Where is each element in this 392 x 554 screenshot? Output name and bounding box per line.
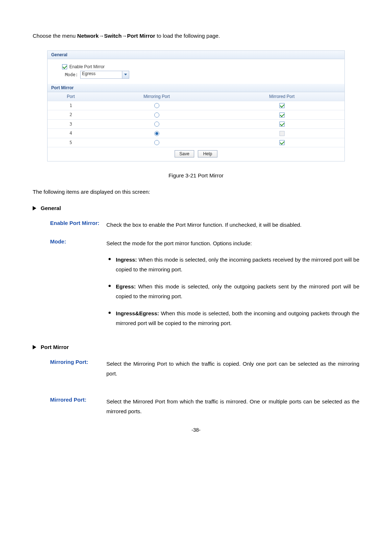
mode-option-egress: Egress: When this mode is selected, only…: [106, 282, 359, 301]
def-body-mirrored-port: Select the Mirrored Port from which the …: [106, 397, 359, 416]
bullet-icon: [109, 258, 111, 260]
table-row: 3: [48, 120, 344, 129]
mirroring-port-cell: [94, 138, 219, 147]
col-header-mirrored: Mirrored Port: [219, 92, 344, 101]
mirrored-port-cell: [219, 129, 344, 138]
figure-caption: Figure 3-21 Port Mirror: [33, 172, 359, 178]
mirroring-port-radio[interactable]: [154, 140, 159, 145]
col-header-mirroring: Mirroring Port: [94, 92, 219, 101]
def-label-enable: Enable Port Mirror:: [50, 220, 106, 230]
table-row: 2: [48, 110, 344, 120]
both-bold: Ingress&Egress:: [116, 310, 159, 316]
config-panel-figure: General Enable Port Mirror Mode: Egress …: [47, 50, 345, 162]
save-button[interactable]: Save: [175, 150, 194, 157]
mirrored-port-cell: [219, 110, 344, 119]
mirroring-port-cell: [94, 101, 219, 110]
mirrored-port-checkbox[interactable]: [279, 140, 285, 145]
ingress-text: When this mode is selected, only the inc…: [116, 257, 359, 272]
table-row: 1: [48, 101, 344, 111]
mirroring-port-cell: [94, 120, 219, 129]
mode-label: Mode:: [62, 72, 78, 77]
config-panel: General Enable Port Mirror Mode: Egress …: [47, 50, 345, 162]
section-general-title: General: [41, 205, 61, 211]
mirroring-port-radio[interactable]: [154, 122, 159, 127]
mode-option-both: Ingress&Egress: When this mode is select…: [106, 308, 359, 328]
enable-port-mirror-checkbox[interactable]: [62, 64, 67, 69]
mirrored-port-checkbox: [279, 131, 285, 136]
def-body-mode: Select the mode for the port mirror func…: [106, 238, 359, 335]
mirrored-port-cell: [219, 101, 344, 110]
help-button[interactable]: Help: [198, 150, 217, 157]
table-header-row: Port Mirroring Port Mirrored Port: [48, 92, 344, 101]
port-cell: 4: [48, 129, 94, 138]
egress-text: When this mode is selected, only the out…: [116, 283, 359, 299]
page-number: -38-: [33, 427, 359, 433]
chevron-down-icon: [124, 74, 127, 75]
mirroring-port-radio[interactable]: [154, 112, 159, 118]
def-label-mirroring-port: Mirroring Port:: [50, 359, 106, 378]
port-cell: 2: [48, 110, 94, 119]
general-panel-header: General: [48, 51, 344, 59]
section-port-mirror: Port Mirror: [33, 344, 359, 350]
intro-suffix: to load the following page.: [155, 33, 220, 39]
section-port-mirror-title: Port Mirror: [41, 344, 69, 350]
intro-prefix: Choose the menu: [33, 33, 77, 39]
port-mirror-table: Port Mirroring Port Mirrored Port 12345: [48, 92, 344, 148]
bullet-icon: [109, 312, 111, 314]
mirroring-port-cell: [94, 129, 219, 138]
mirrored-port-cell: [219, 138, 344, 147]
mode-desc: Select the mode for the port mirror func…: [106, 240, 252, 246]
arrow-right-icon: [33, 345, 36, 349]
table-row: 4: [48, 129, 344, 138]
table-row: 5: [48, 138, 344, 148]
def-label-mirrored-port: Mirrored Port:: [50, 397, 106, 416]
mirrored-port-checkbox[interactable]: [279, 122, 285, 127]
egress-bold: Egress:: [116, 283, 136, 290]
port-cell: 5: [48, 138, 94, 147]
mirroring-port-cell: [94, 110, 219, 119]
def-label-mode: Mode:: [50, 238, 106, 335]
enable-port-mirror-label: Enable Port Mirror: [69, 64, 105, 69]
port-cell: 3: [48, 120, 94, 128]
section-general: General: [33, 205, 359, 211]
def-body-enable: Check the box to enable the Port Mirror …: [106, 220, 359, 230]
mirroring-port-radio[interactable]: [154, 131, 159, 136]
mode-select[interactable]: Egress: [80, 71, 122, 79]
ingress-bold: Ingress:: [116, 257, 137, 263]
mirroring-port-radio[interactable]: [154, 103, 159, 108]
mode-dropdown-button[interactable]: [122, 71, 129, 79]
mirrored-port-checkbox[interactable]: [279, 112, 285, 118]
mirrored-port-checkbox[interactable]: [279, 103, 285, 108]
port-cell: 1: [48, 101, 94, 110]
def-body-mirroring-port: Select the Mirroring Port to which the t…: [106, 359, 359, 378]
items-intro: The following items are displayed on thi…: [33, 189, 359, 195]
arrow-right-icon: [33, 206, 36, 210]
col-header-port: Port: [48, 92, 94, 101]
menu-path-instruction: Choose the menu Network→Switch→Port Mirr…: [33, 32, 359, 40]
mode-option-ingress: Ingress: When this mode is selected, onl…: [106, 255, 359, 274]
mirrored-port-cell: [219, 120, 344, 129]
bullet-icon: [109, 285, 111, 287]
intro-path: Network→Switch→Port Mirror: [77, 33, 155, 39]
port-mirror-panel-header: Port Mirror: [48, 84, 344, 92]
